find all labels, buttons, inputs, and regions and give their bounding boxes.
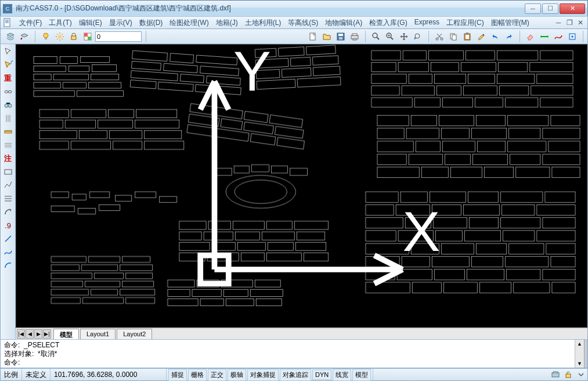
menu-item[interactable]: 图幅管理(M) [488,17,533,29]
menu-item[interactable]: 数据(D) [136,17,167,29]
v-divider-icon[interactable] [2,112,15,125]
zoom-window-icon[interactable] [370,30,383,43]
app-icon: C [3,4,12,13]
menu-item[interactable]: 地物编辑(A) [322,17,366,29]
tab-nav-button[interactable]: |◀ [17,329,25,339]
tab-nav-button[interactable]: ▶| [43,329,51,339]
paste-icon[interactable] [461,30,474,43]
minimize-button[interactable]: ─ [525,3,541,14]
status-toggle[interactable]: 栅格 [188,369,207,381]
menu-item[interactable]: 编辑(E) [75,17,106,29]
point-nine-button[interactable]: .9 [2,219,15,232]
status-toggle[interactable]: 线宽 [333,369,351,381]
pan-icon[interactable] [398,30,410,43]
open-file-icon[interactable] [320,30,333,43]
svg-text:X: X [403,200,441,263]
document-icon[interactable] [3,18,12,27]
osnap-settings-icon[interactable] [566,30,579,43]
zoom-realtime-icon[interactable] [384,30,396,43]
layer-combo[interactable] [95,31,142,42]
link-icon[interactable] [2,85,15,98]
svg-rect-6 [84,33,88,37]
menu-item[interactable]: 工具(T) [45,17,75,29]
save-icon[interactable] [334,30,347,43]
plot-icon[interactable] [348,30,361,43]
h-divider-icon[interactable] [2,139,15,152]
ucs-icon: Y X [23,44,587,317]
mdi-restore-button[interactable]: ❐ [565,19,574,27]
scroll-down-icon[interactable]: ▼ [576,360,584,368]
layout-tab[interactable]: 模型 [53,329,79,339]
command-scrollbar[interactable]: ▲ ▼ [575,340,584,368]
drawing-canvas[interactable]: Y X [16,44,587,328]
spline-tool-icon[interactable] [552,30,565,43]
mdi-close-button[interactable]: ✕ [576,19,585,27]
status-toggle[interactable]: DYN [312,369,331,380]
svg-point-29 [8,91,12,93]
binoculars-icon[interactable] [2,99,15,112]
tray-settings-icon[interactable] [575,369,587,380]
line-icon[interactable] [2,232,15,245]
dist-icon[interactable] [538,30,551,43]
layout-tab[interactable]: Layout2 [117,329,152,339]
menu-item[interactable]: 检查入库(G) [366,17,410,29]
menu-item[interactable]: 文件(F) [16,17,45,29]
layout-tab[interactable]: Layout1 [80,329,116,339]
status-toggle[interactable]: 对象捕捉 [247,369,279,381]
zoom-previous-icon[interactable] [412,30,424,43]
tab-nav-button[interactable]: ◀ [26,329,34,339]
status-toggle[interactable]: 极轴 [228,369,246,381]
menu-item[interactable]: 等高线(S) [284,17,322,29]
maximize-button[interactable]: ☐ [542,3,558,14]
menu-item[interactable]: 地籍(J) [212,17,241,29]
canvas-zone: Y X |◀◀▶▶| 模型Layout1Layout2 [16,44,587,339]
status-toggle[interactable]: 正交 [208,369,226,381]
color-swatch-icon[interactable] [81,30,94,43]
arc-tool-icon[interactable] [2,206,15,218]
match-prop-icon[interactable] [475,30,488,43]
command-history[interactable]: 命令: _PSELECT 选择对象: *取消* 命令: [1,340,575,368]
sun-freeze-icon[interactable] [53,30,66,43]
svg-point-28 [5,91,8,93]
status-toggle[interactable]: 对象追踪 [280,369,311,381]
svg-rect-8 [310,33,315,40]
menu-item[interactable]: 土地利用(L) [241,17,285,29]
annotate-button[interactable]: 注 [2,152,15,165]
status-scale-value[interactable]: 未定义 [22,369,50,380]
redo-icon[interactable] [503,30,515,43]
polyline-icon[interactable] [2,179,15,192]
command-resize-handle[interactable] [584,340,587,368]
menu-item[interactable]: 绘图处理(W) [166,17,212,29]
comm-icon[interactable] [550,369,561,380]
copy-icon[interactable] [447,30,460,43]
undo-icon[interactable] [489,30,502,43]
scroll-up-icon[interactable]: ▲ [576,340,584,348]
query-icon[interactable]: ? [2,59,15,71]
rebuild-button[interactable]: 重 [2,72,15,85]
three-lines-icon[interactable] [2,192,15,205]
close-button[interactable]: ✕ [560,3,585,14]
menu-item[interactable]: 工程应用(C) [443,17,488,29]
menu-item[interactable]: Express [411,17,443,29]
rect-icon[interactable] [2,166,15,178]
status-toggle[interactable]: 模型 [352,369,371,381]
layers-icon[interactable] [4,30,17,43]
erase-icon[interactable] [524,30,537,43]
svg-text:?: ? [9,60,13,66]
status-toggle[interactable]: 捕捉 [168,369,187,381]
layer-prev-icon[interactable] [18,30,31,43]
arc-icon[interactable] [2,259,15,272]
lock-icon[interactable] [67,30,80,43]
lock-toggle-icon[interactable] [562,369,574,380]
lightbulb-icon[interactable] [39,30,52,43]
measure-icon[interactable] [2,125,15,138]
tab-nav-button[interactable]: ▶ [34,329,42,339]
spline-icon[interactable] [2,246,15,258]
cut-icon[interactable] [433,30,446,43]
tabs-holder: 模型Layout1Layout2 [52,328,152,339]
svg-point-1 [44,33,48,38]
new-file-icon[interactable] [306,30,319,43]
pointer-icon[interactable] [2,45,15,58]
mdi-minimize-button[interactable]: ─ [554,19,563,27]
menu-item[interactable]: 显示(V) [106,17,136,29]
